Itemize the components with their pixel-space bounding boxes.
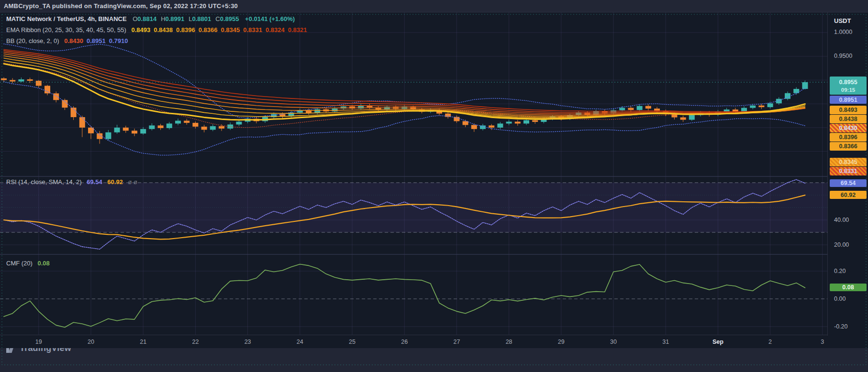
rsi-value-badge: 69.54 <box>830 179 867 187</box>
ema-value-0: 0.8493 <box>131 26 150 33</box>
time-axis-label: 31 <box>662 339 669 345</box>
candle <box>628 108 634 110</box>
published-header-bar: AMBCrypto_TA published on TradingView.co… <box>0 0 868 12</box>
candle <box>645 106 651 109</box>
candle <box>36 81 42 86</box>
candle <box>463 121 468 125</box>
ema45-badge: 0.8331 <box>830 167 867 175</box>
candle <box>175 120 181 123</box>
ohlc-readout: O0.8814H0.8991L0.8801C0.8955 <box>128 15 239 22</box>
rsi-value: 69.54 <box>87 178 102 186</box>
price-chart-canvas[interactable] <box>0 12 868 336</box>
ema-value-7: 0.8321 <box>288 26 307 33</box>
ema30-badge: 0.8396 <box>830 133 867 142</box>
bb-value-0: 0.8430 <box>64 37 83 44</box>
time-axis-label: 26 <box>401 339 408 345</box>
symbol-title: MATIC Network / TetherUS, 4h, BINANCE <box>6 15 127 22</box>
rsi-ma-badge: 60.92 <box>830 191 867 199</box>
symbol-legend-row[interactable]: MATIC Network / TetherUS, 4h, BINANCE O0… <box>6 15 295 22</box>
axis-tick-label: 1.0000 <box>834 29 852 35</box>
candle <box>497 123 503 127</box>
ohlc-key: O <box>133 15 137 22</box>
time-axis-label: 20 <box>88 339 94 345</box>
axis-tick-label: 0.9500 <box>834 53 852 59</box>
time-axis-label: 30 <box>610 339 617 345</box>
ema-value-3: 0.8366 <box>199 26 218 33</box>
time-axis-label: 29 <box>558 339 565 345</box>
change-readout: +0.0141 (+1.60%) <box>245 15 295 22</box>
candle <box>637 106 643 110</box>
chart-widget[interactable]: MATIC Network / TetherUS, 4h, BINANCE O0… <box>0 12 868 336</box>
candle <box>10 80 15 81</box>
ema-value-5: 0.8331 <box>243 26 262 33</box>
candle <box>768 103 773 107</box>
time-axis-label: 27 <box>453 339 460 345</box>
ema-ribbon-legend-row[interactable]: EMA Ribbon (20, 25, 30, 35, 40, 45, 50, … <box>6 26 307 33</box>
ema35-badge: 0.8366 <box>830 142 867 151</box>
bb-values: 0.84300.89510.7910 <box>61 37 128 44</box>
time-axis[interactable]: 19202122232425262728293031Sep23 <box>0 335 868 348</box>
bb-label: BB (20, close, 2, 0) <box>6 37 59 44</box>
ohlc-val: 0.8814 <box>137 15 156 22</box>
published-info-text: AMBCrypto_TA published on TradingView.co… <box>4 2 238 10</box>
time-axis-label: 23 <box>245 339 251 345</box>
candle <box>506 121 512 123</box>
time-axis-label: 24 <box>297 339 303 345</box>
last-price-badge: 0.895509:15 <box>830 77 867 95</box>
time-axis-label: 19 <box>35 339 42 345</box>
candle <box>619 108 625 110</box>
candle <box>1 78 7 80</box>
candle <box>192 123 198 127</box>
ema-value-4: 0.8345 <box>221 26 240 33</box>
candle <box>523 120 529 123</box>
ema-value-6: 0.8324 <box>266 26 285 33</box>
bb-basis-badge: 0.8430 <box>830 124 867 132</box>
tradingview-published-chart-page: AMBCrypto_TA published on TradingView.co… <box>0 0 868 372</box>
candle <box>105 132 111 139</box>
axis-tick-label: 40.00 <box>834 217 849 223</box>
ohlc-key: H <box>161 15 165 22</box>
axis-currency-label: USDT <box>834 17 851 24</box>
cmf-value-badge: 0.08 <box>830 284 867 291</box>
bb-legend-row[interactable]: BB (20, close, 2, 0) 0.84300.89510.7910 <box>6 37 128 44</box>
axis-tick-label: 0.20 <box>834 268 846 274</box>
candle <box>201 127 207 130</box>
candle <box>184 120 189 122</box>
cmf-value: 0.08 <box>38 260 50 267</box>
time-axis-label: 2 <box>768 339 772 345</box>
candle <box>236 121 242 124</box>
candle <box>132 131 137 133</box>
candle <box>45 86 50 93</box>
candle <box>750 106 756 108</box>
axis-tick-label: 0.00 <box>834 295 846 302</box>
ema-ribbon-label: EMA Ribbon (20, 25, 30, 35, 40, 45, 50, … <box>6 26 126 33</box>
time-axis-label: 21 <box>140 339 146 345</box>
candle <box>167 123 172 128</box>
candle <box>219 126 224 129</box>
candle <box>18 79 24 81</box>
candle <box>114 128 120 132</box>
axis-tick-label: 20.00 <box>834 241 849 248</box>
ema25-badge: 0.8438 <box>830 115 867 123</box>
candle <box>593 111 599 115</box>
ema20-badge: 0.8493 <box>830 106 867 114</box>
candle <box>680 117 686 120</box>
ohlc-val: 0.8991 <box>166 15 185 22</box>
candle <box>532 120 538 121</box>
candle <box>758 106 764 107</box>
rsi-legend-row[interactable]: RSI (14, close, SMA, 14, 2) 69.54 60.92 … <box>6 178 137 186</box>
rsi-label: RSI (14, close, SMA, 14, 2) <box>6 178 82 186</box>
time-axis-label: 28 <box>506 339 512 345</box>
candle <box>62 100 67 108</box>
ema-value-2: 0.8396 <box>176 26 195 33</box>
price-axis[interactable]: USDT 1.00000.95000.895509:150.89510.8493… <box>827 12 868 336</box>
axis-tick-label: -0.20 <box>834 323 848 330</box>
time-axis-label: 3 <box>821 339 824 345</box>
candle <box>314 109 320 113</box>
ohlc-key: C <box>215 15 220 22</box>
candle <box>53 93 59 100</box>
candle <box>689 115 695 120</box>
cmf-legend-row[interactable]: CMF (20) 0.08 <box>6 260 50 267</box>
candle <box>27 79 33 81</box>
ema-ribbon-values: 0.84930.84380.83960.83660.83450.83310.83… <box>128 26 307 33</box>
